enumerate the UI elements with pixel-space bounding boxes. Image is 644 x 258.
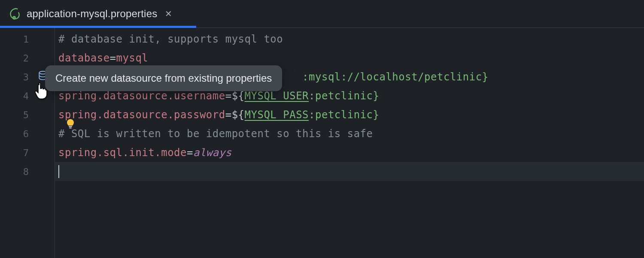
- tab-title: application-mysql.properties: [27, 8, 157, 20]
- code-line[interactable]: # SQL is written to be idempotent so thi…: [55, 124, 644, 143]
- editor-tab[interactable]: application-mysql.properties ✕: [0, 0, 183, 28]
- text-caret: [58, 165, 59, 178]
- intention-bulb-icon[interactable]: [65, 118, 76, 130]
- line-number: 1: [0, 30, 55, 49]
- code-line[interactable]: spring.datasource.url=${MYSQL_URL:jdbc:m…: [55, 68, 644, 86]
- spring-boot-file-icon: [8, 7, 21, 20]
- line-number: 5: [0, 105, 55, 124]
- code-line[interactable]: # database init, supports mysql too: [55, 30, 644, 49]
- line-number: 6: [0, 124, 55, 143]
- gutter: 1 2 3 4 5 6 7 8: [0, 28, 55, 258]
- svg-rect-3: [69, 126, 72, 127]
- line-number: 2: [0, 49, 55, 68]
- line-number: 3: [0, 68, 55, 86]
- close-icon[interactable]: ✕: [163, 7, 174, 21]
- code-line-current[interactable]: [55, 162, 644, 181]
- database-icon[interactable]: [37, 71, 49, 84]
- code-line[interactable]: spring.sql.init.mode=always: [55, 143, 644, 162]
- code-line[interactable]: spring.datasource.username=${MYSQL_USER:…: [55, 86, 644, 105]
- svg-rect-4: [69, 128, 72, 129]
- line-number: 8: [0, 162, 55, 181]
- code-line[interactable]: spring.datasource.password=${MYSQL_PASS:…: [55, 105, 644, 124]
- editor[interactable]: 1 2 3 4 5 6 7 8 # database init, support…: [0, 28, 644, 258]
- svg-point-2: [39, 71, 46, 74]
- line-number: 7: [0, 143, 55, 162]
- tab-bar: application-mysql.properties ✕: [0, 0, 644, 28]
- code-area[interactable]: # database init, supports mysql too data…: [55, 28, 644, 258]
- line-number: 4: [0, 86, 55, 105]
- code-line[interactable]: database=mysql: [55, 49, 644, 68]
